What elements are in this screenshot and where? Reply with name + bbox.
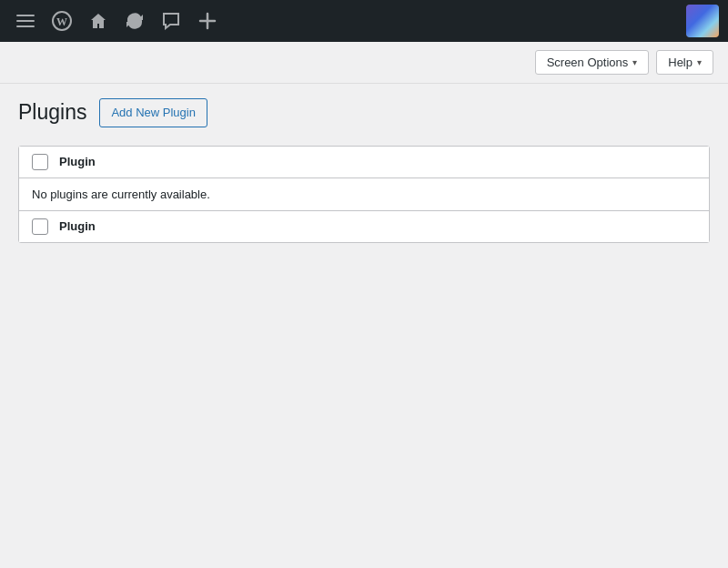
comments-icon[interactable]: [155, 5, 187, 37]
new-content-icon[interactable]: [191, 5, 224, 37]
screen-options-label: Screen Options: [547, 56, 629, 68]
select-all-footer-checkbox[interactable]: [32, 218, 48, 235]
help-button[interactable]: Help ▾: [656, 50, 713, 75]
page-header: Plugins Add New Plugin: [18, 98, 710, 127]
help-arrow-icon: ▾: [697, 58, 702, 67]
screen-options-arrow-icon: ▾: [632, 58, 637, 67]
select-all-checkbox[interactable]: [32, 154, 48, 170]
menu-toggle-icon[interactable]: [9, 5, 42, 37]
avatar[interactable]: [686, 5, 719, 37]
svg-rect-0: [16, 15, 35, 16]
screen-options-button[interactable]: Screen Options ▾: [535, 50, 650, 75]
home-icon[interactable]: [82, 5, 115, 37]
updates-icon[interactable]: [118, 5, 151, 37]
wp-logo-icon[interactable]: W: [46, 5, 78, 37]
svg-rect-1: [16, 20, 35, 22]
svg-rect-2: [16, 25, 35, 27]
admin-bar: W: [0, 0, 728, 42]
toolbar-row: Screen Options ▾ Help ▾: [0, 42, 728, 84]
no-plugins-message: No plugins are currently available.: [19, 178, 709, 211]
plugins-table: Plugin No plugins are currently availabl…: [18, 146, 710, 243]
table-footer-row: Plugin: [19, 211, 709, 242]
page-title: Plugins: [18, 99, 86, 127]
table-header-row: Plugin: [19, 147, 709, 178]
add-new-plugin-button[interactable]: Add New Plugin: [99, 98, 207, 127]
plugin-column-header: Plugin: [59, 155, 96, 168]
svg-text:W: W: [56, 15, 67, 28]
plugin-column-footer: Plugin: [59, 219, 96, 233]
main-content: Plugins Add New Plugin Plugin No plugins…: [0, 84, 728, 258]
help-label: Help: [668, 56, 693, 68]
